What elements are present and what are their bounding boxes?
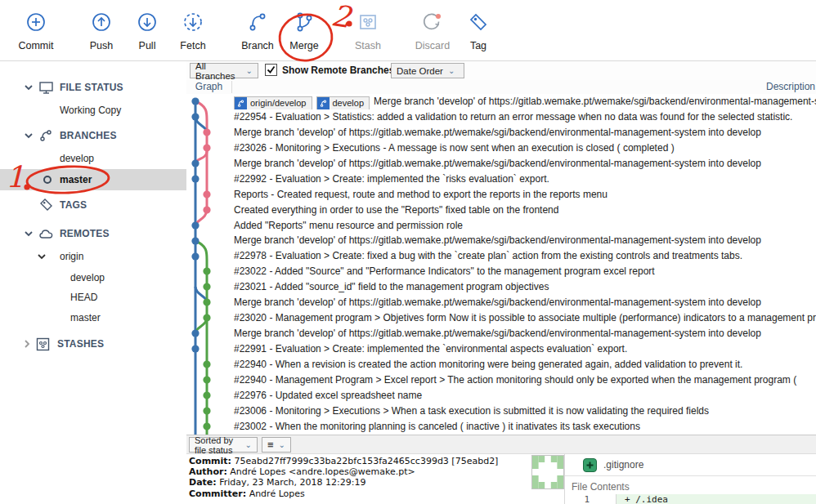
- commit-row[interactable]: Merge branch 'develop' of https://gitlab…: [186, 295, 816, 310]
- show-remote-branches-checkbox[interactable]: Show Remote Branches: [265, 64, 394, 76]
- file-view-options-dropdown[interactable]: ≡ ⌄: [262, 437, 291, 453]
- sidebar-section-tags[interactable]: TAGS: [0, 194, 186, 216]
- merge-icon: [293, 11, 316, 37]
- sidebar-item-master[interactable]: master: [0, 169, 186, 190]
- commit-row[interactable]: Merge branch 'develop' of https://gitlab…: [186, 326, 816, 341]
- commit-row[interactable]: #22991 - Evaluation > Create: implemente…: [186, 341, 816, 357]
- branch-ref-pill[interactable]: origin/develop: [234, 96, 312, 109]
- sidebar-item-label: master: [60, 174, 92, 185]
- commit-message: Merge branch 'develop' of https://gitlab…: [234, 297, 761, 308]
- commit-row[interactable]: #22954 - Evaluation > Statistics: added …: [186, 109, 816, 125]
- branch-filter-dropdown[interactable]: All Branches ⌄: [190, 63, 258, 78]
- commit-row[interactable]: Created everything in order to use the "…: [186, 203, 816, 218]
- graph-column-header[interactable]: Graph: [186, 81, 231, 92]
- tag-button[interactable]: Tag: [446, 11, 510, 51]
- commit-row[interactable]: #22940 - When a revision is created the …: [186, 357, 816, 372]
- sidebar-item-label: HEAD: [70, 292, 97, 303]
- commit-info: Commit: 75eabd27ff7999c33ba22bfc153fa246…: [189, 456, 498, 499]
- commit-row[interactable]: #23006 - Monitoring > Executions > When …: [186, 404, 816, 419]
- commit-date-line: Date: Friday, 23 March, 2018 12:29:19: [189, 477, 498, 488]
- file-list-pane: .gitignore File Contents 1 + /.idea: [564, 454, 816, 504]
- commit-label: Commit:: [189, 456, 231, 466]
- commit-row[interactable]: Merge branch 'develop' of https://gitlab…: [186, 233, 816, 248]
- toolbar-button-label: Stash: [355, 40, 381, 51]
- toolbar-button-label: Pull: [139, 40, 156, 51]
- sidebar-item-label: origin: [60, 251, 83, 262]
- sidebar-item-origin-develop[interactable]: develop: [0, 267, 186, 288]
- toolbar-button-label: Branch: [241, 40, 274, 51]
- column-divider[interactable]: [231, 81, 232, 93]
- sidebar-item-label: master: [70, 312, 101, 323]
- commit-message: #22940 - Management Program > Excel repo…: [234, 374, 796, 386]
- sidebar-section-label: STASHES: [57, 338, 104, 350]
- chevron-right-icon: [23, 340, 31, 348]
- sidebar-item-origin-head[interactable]: HEAD: [0, 287, 186, 308]
- commit-row[interactable]: #22976 - Updated excel spreadsheet name: [186, 388, 816, 404]
- commit-row[interactable]: Added "Reports" menu resource and permis…: [186, 218, 816, 234]
- commit-row[interactable]: #22992 - Evaluation > Create: implemente…: [186, 172, 816, 187]
- commit-list: origin/developdevelopMerge branch 'devel…: [186, 94, 816, 435]
- commit-author-line: Author: André Lopes <andre.lopes@wemake.…: [189, 466, 498, 477]
- branch-ref-pill[interactable]: develop: [316, 96, 370, 109]
- commit-button[interactable]: Commit: [4, 11, 68, 51]
- sidebar-item-origin-master[interactable]: master: [0, 307, 186, 328]
- description-column-header[interactable]: Description: [766, 81, 815, 92]
- main-toolbar: CommitPushPullFetchBranchMergeStashDisca…: [0, 0, 816, 61]
- diff-line-number: 1: [565, 494, 616, 504]
- commit-row[interactable]: Merge branch 'develop' of https://gitlab…: [186, 156, 816, 172]
- commit-message: Merge branch 'develop' of https://gitlab…: [374, 96, 816, 107]
- sidebar-section-remotes[interactable]: REMOTES: [0, 223, 186, 244]
- sort-order-dropdown[interactable]: Date Order ⌄: [391, 63, 464, 78]
- author-label: Author:: [189, 466, 227, 477]
- sidebar-item-origin[interactable]: origin: [0, 246, 186, 267]
- commit-row[interactable]: #23021 - Added "source_id" field to the …: [186, 279, 816, 295]
- branch-ref-label: develop: [333, 96, 365, 109]
- toolbar-button-label: Merge: [289, 40, 318, 51]
- chevron-down-icon: ⌄: [448, 67, 455, 75]
- sort-order-value: Date Order: [397, 66, 443, 76]
- commit-row[interactable]: Merge branch 'develop' of https://gitlab…: [186, 125, 816, 140]
- sidebar-section-file-status[interactable]: FILE STATUS: [0, 77, 186, 98]
- sidebar-section-branches[interactable]: BRANCHES: [0, 125, 186, 146]
- diff-line[interactable]: 1 + /.idea: [565, 494, 816, 504]
- current-branch-icon: [43, 175, 52, 185]
- diff-line-text: + /.idea: [616, 494, 816, 504]
- commit-row[interactable]: #22940 - Management Program > Excel repo…: [186, 372, 816, 388]
- branch-icon: [246, 11, 269, 37]
- cloud-icon: [39, 229, 54, 239]
- commit-row[interactable]: #23022 - Added "Source" and "Performance…: [186, 264, 816, 279]
- commit-message: Merge branch 'develop' of https://gitlab…: [234, 234, 761, 246]
- sidebar-item-label: develop: [70, 272, 105, 283]
- commit-row[interactable]: origin/developdevelopMerge branch 'devel…: [186, 94, 816, 109]
- file-row-gitignore[interactable]: .gitignore: [565, 454, 816, 476]
- commit-message: #23026 - Monitoring > Executions - A mes…: [234, 142, 675, 154]
- commit-icon: [25, 11, 47, 37]
- toolbar-button-label: Fetch: [180, 40, 205, 51]
- commit-message: Created everything in order to use the "…: [234, 204, 558, 216]
- fetch-button[interactable]: Fetch: [161, 11, 225, 51]
- commit-row[interactable]: #23026 - Monitoring > Executions - A mes…: [186, 140, 816, 156]
- commit-row[interactable]: #23020 - Management program > Objetives …: [186, 310, 816, 326]
- commit-message: Added "Reports" menu resource and permis…: [234, 220, 463, 231]
- sidebar-item-working-copy[interactable]: Working Copy: [0, 100, 186, 121]
- commit-row[interactable]: #23002 - When the monitoring planning is…: [186, 419, 816, 435]
- branch-icon: [235, 97, 247, 109]
- file-sort-dropdown[interactable]: Sorted by file status ⌄: [189, 437, 258, 453]
- commit-hash-line: Commit: 75eabd27ff7999c33ba22bfc153fa246…: [189, 456, 498, 466]
- merge-button[interactable]: Merge: [272, 11, 336, 51]
- commit-row[interactable]: #22978 - Evaluation > Create: fixed a bu…: [186, 248, 816, 264]
- sidebar-section-label: BRANCHES: [60, 130, 117, 141]
- sidebar-section-label: REMOTES: [60, 228, 110, 239]
- commit-message: #23006 - Monitoring > Executions > When …: [234, 405, 709, 417]
- hamburger-menu-icon: ≡: [267, 439, 274, 450]
- commit-message: Reports - Created request, route and met…: [234, 189, 608, 200]
- commit-message: #23022 - Added "Source" and "Performance…: [234, 265, 655, 277]
- sidebar-section-stashes[interactable]: STASHES: [0, 333, 186, 355]
- branch-icon: [39, 129, 52, 142]
- sidebar-item-develop[interactable]: develop: [0, 148, 186, 169]
- commit-message: #22976 - Updated excel spreadsheet name: [234, 390, 422, 401]
- checkbox-checked-icon: [265, 64, 277, 76]
- commit-message: Merge branch 'develop' of https://gitlab…: [234, 127, 761, 138]
- commit-row[interactable]: Reports - Created request, route and met…: [186, 187, 816, 203]
- pull-icon: [136, 11, 159, 37]
